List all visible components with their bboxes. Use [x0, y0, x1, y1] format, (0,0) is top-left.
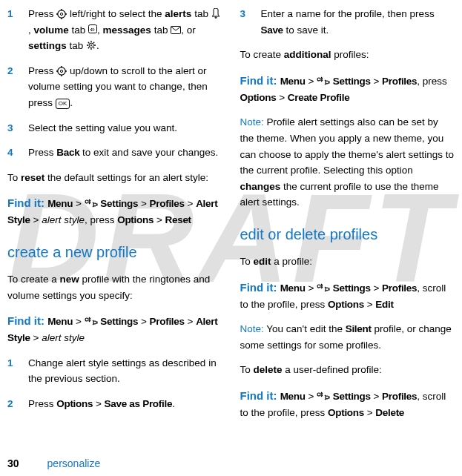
path: Options — [328, 407, 364, 418]
path: Create Profile — [288, 92, 350, 103]
svg-point-13 — [61, 75, 62, 76]
svg-point-4 — [56, 13, 58, 15]
findit-additional: Find it: Menu > Settings > Profiles, pre… — [240, 72, 455, 106]
path: Menu — [280, 391, 306, 402]
text: Press — [28, 65, 56, 76]
settings-icon — [85, 316, 98, 326]
svg-point-11 — [61, 70, 63, 72]
text-bold: new — [60, 274, 79, 285]
step-number: 2 — [7, 396, 28, 412]
create-step-1: 1 Change alert style settings as describ… — [7, 355, 222, 387]
text-bold: volume — [34, 24, 69, 36]
gt: > — [306, 391, 317, 402]
delete-paragraph: To delete a user-defined profile: — [240, 362, 455, 378]
alerts-tab-icon — [211, 8, 220, 19]
step-3: 3 Select the setting value you want. — [7, 120, 222, 136]
path: Settings — [333, 76, 371, 87]
gt: > — [154, 214, 165, 225]
text: to exit and save your changes. — [79, 147, 218, 158]
path: Options — [56, 398, 93, 409]
page-number: 30 — [7, 455, 19, 472]
text: , press — [85, 214, 117, 225]
gt: > — [73, 198, 84, 209]
create-step-2: 2 Press Options > Save as Profile. — [7, 396, 222, 412]
path: Settings — [100, 316, 138, 327]
gt: > — [93, 398, 104, 409]
text-bold: alerts — [165, 8, 191, 19]
text: Press — [28, 398, 56, 409]
text: to save it. — [283, 24, 329, 36]
path: Profiles — [382, 282, 417, 294]
step-number: 3 — [240, 6, 261, 38]
text: Profile alert settings also can be set b… — [240, 116, 455, 176]
svg-point-12 — [61, 66, 62, 67]
text: a user-defined profile: — [283, 364, 382, 375]
text: Press — [28, 8, 56, 19]
path: Menu — [280, 76, 306, 87]
find-it-label: Find it: — [240, 281, 280, 294]
step-body: Press Options > Save as Profile. — [28, 396, 222, 412]
svg-point-2 — [61, 9, 62, 10]
text-bold: additional — [284, 49, 331, 60]
note-silent: Note: You can't edit the Silent profile,… — [240, 321, 455, 353]
text: tab — [191, 8, 211, 19]
step-number: 3 — [7, 120, 28, 136]
svg-point-0 — [58, 10, 65, 18]
gt: > — [185, 316, 196, 327]
gt: > — [371, 391, 382, 402]
text: tab — [67, 40, 86, 51]
nav-key-icon — [56, 9, 67, 19]
text: To — [7, 172, 21, 183]
text: To — [240, 364, 254, 375]
gt: > — [185, 198, 196, 209]
text: left/right to select the — [67, 8, 165, 19]
path: Options — [117, 214, 154, 225]
step-2: 2 Press up/down to scroll to the alert o… — [7, 63, 222, 111]
text: . — [96, 40, 99, 51]
note-theme: Note: Profile alert settings also can be… — [240, 114, 455, 211]
svg-point-10 — [58, 67, 65, 75]
gt: > — [306, 76, 317, 87]
text-bold: delete — [254, 364, 283, 375]
step-body: Change alert style settings as described… — [28, 355, 222, 387]
nav-key-icon — [56, 66, 67, 76]
key-label: Back — [56, 147, 79, 158]
step-1: 1 Press left/right to select the alerts … — [7, 6, 222, 54]
create-paragraph: To create a new profile with the rington… — [7, 271, 222, 303]
gt: > — [138, 198, 149, 209]
settings-icon — [85, 198, 98, 208]
note-label: Note: — [240, 116, 267, 128]
content-columns: 1 Press left/right to select the alerts … — [7, 6, 455, 448]
path: Reset — [165, 214, 191, 225]
text: a profile: — [271, 256, 313, 267]
gt: > — [364, 407, 375, 418]
find-it-label: Find it: — [7, 314, 47, 327]
text: , — [28, 24, 34, 36]
path: Profiles — [150, 316, 185, 327]
step-body: Enter a name for the profile, then press… — [261, 6, 455, 38]
step-number: 1 — [7, 6, 28, 54]
settings-tab-icon — [86, 40, 96, 50]
path-var: alert style — [42, 214, 85, 225]
gt: > — [371, 282, 382, 294]
path: Settings — [333, 391, 371, 402]
text-bold: settings — [28, 40, 67, 51]
text: . — [172, 398, 175, 409]
step-number: 4 — [7, 145, 28, 161]
path: Settings — [333, 282, 371, 294]
path: Menu — [47, 198, 73, 209]
path: Edit — [375, 299, 393, 310]
settings-icon — [317, 391, 330, 401]
findit-edit: Find it: Menu > Settings > Profiles, scr… — [240, 279, 455, 313]
settings-icon — [317, 282, 330, 293]
text-bold: changes — [240, 181, 281, 192]
heading-create-profile: create a new profile — [7, 240, 222, 264]
text: tab — [69, 24, 88, 36]
find-it-label: Find it: — [240, 74, 280, 87]
svg-point-3 — [61, 18, 62, 19]
gt: > — [30, 214, 42, 225]
svg-point-1 — [61, 13, 63, 15]
path-var: alert style — [42, 332, 85, 343]
path: Menu — [47, 316, 73, 327]
text: You can't edit the — [266, 323, 345, 334]
